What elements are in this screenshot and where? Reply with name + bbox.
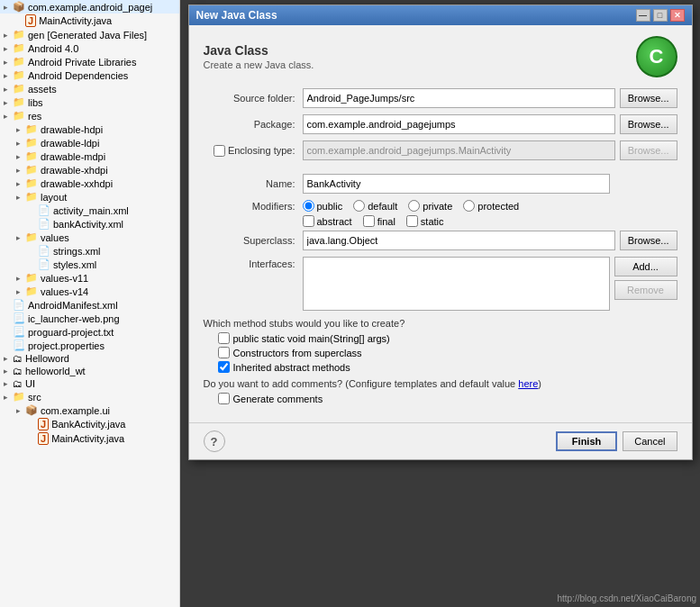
expand-icon: ▸ (4, 44, 13, 53)
sidebar-item-activity_main[interactable]: 📄activity_main.xml (0, 204, 179, 217)
folder-icon: 📁 (13, 29, 25, 41)
sidebar-item-res[interactable]: ▸📁res (0, 109, 179, 122)
source-folder-input[interactable] (303, 88, 615, 108)
modifier-default-option[interactable]: default (353, 200, 397, 212)
generate-comments-checkbox[interactable] (218, 393, 230, 404)
expand-icon: ▸ (16, 125, 25, 134)
remove-interface-button[interactable]: Remove (614, 280, 677, 300)
stub-inherited-checkbox[interactable] (218, 361, 230, 373)
sidebar-item-libs[interactable]: ▸📁libs (0, 95, 179, 109)
stub-constructors-checkbox[interactable] (218, 347, 230, 358)
stub-constructors-option[interactable]: Constructors from superclass (218, 347, 677, 358)
modifier-final-checkbox[interactable] (363, 215, 375, 227)
package-browse-button[interactable]: Browse... (620, 114, 677, 134)
sidebar-item-src_ui[interactable]: ▸📁src (0, 390, 179, 403)
modifier-private-option[interactable]: private (408, 200, 452, 212)
sidebar-item-dependencies[interactable]: ▸📁Android Dependencies (0, 68, 179, 82)
cancel-button[interactable]: Cancel (623, 431, 677, 451)
interfaces-textarea[interactable] (303, 257, 610, 311)
generate-comments-label: Generate comments (233, 394, 323, 404)
finish-button[interactable]: Finish (556, 431, 617, 451)
sidebar-item-bank_activity[interactable]: 📄bankActivity.xml (0, 217, 179, 231)
sidebar-item-drawable_ldpi[interactable]: ▸📁drawable-ldpi (0, 136, 179, 149)
modifier-abstract-checkbox[interactable] (303, 215, 314, 227)
sidebar-item-manifest[interactable]: 📄AndroidManifest.xml (0, 298, 179, 312)
expand-icon: ▸ (16, 166, 25, 175)
sidebar-item-main_java[interactable]: JMainActivity.java (0, 14, 179, 28)
sidebar-item-values[interactable]: ▸📁values (0, 231, 179, 244)
superclass-row: Superclass: Browse... (204, 231, 677, 250)
sidebar-item-ic_launcher[interactable]: 📃ic_launcher-web.png (0, 312, 179, 325)
sidebar-item-android4[interactable]: ▸📁Android 4.0 (0, 41, 179, 55)
modifier-protected-radio[interactable] (463, 200, 475, 212)
modifier-private-radio[interactable] (408, 200, 420, 212)
name-input[interactable] (303, 174, 610, 194)
modifier-public-radio[interactable] (303, 200, 314, 212)
sidebar-item-values_v11[interactable]: ▸📁values-v11 (0, 271, 179, 285)
sidebar-item-drawable_mdpi[interactable]: ▸📁drawable-mdpi (0, 149, 179, 163)
modifier-protected-option[interactable]: protected (463, 200, 519, 212)
modifier-abstract-option[interactable]: abstract (303, 215, 352, 227)
superclass-input[interactable] (303, 231, 615, 250)
expand-icon: ▸ (4, 354, 13, 363)
modifier-static-label: static (421, 216, 444, 227)
expand-icon: ▸ (4, 71, 13, 80)
package-icon: 📦 (25, 404, 38, 416)
sidebar-item-pkg[interactable]: ▸📦com.example.android_pagej (0, 0, 179, 14)
enclosing-type-browse-button[interactable]: Browse... (620, 140, 677, 160)
sidebar-item-bank_activity_java[interactable]: JBankActivity.java (0, 417, 179, 431)
sidebar-item-layout[interactable]: ▸📁layout (0, 190, 179, 204)
folder-icon: 📁 (25, 285, 38, 297)
sidebar-item-styles[interactable]: 📄styles.xml (0, 258, 179, 271)
close-button[interactable]: ✕ (670, 9, 685, 22)
sidebar-item-helloword[interactable]: ▸🗂Helloword (0, 352, 179, 365)
sidebar-item-label: drawable-ldpi (41, 138, 99, 149)
enclosing-type-row: Enclosing type: Browse... (204, 140, 677, 160)
sidebar-item-com_example_ui[interactable]: ▸📦com.example.ui (0, 403, 179, 417)
modifier-final-option[interactable]: final (363, 215, 395, 227)
stub-main-option[interactable]: public static void main(String[] args) (218, 332, 677, 344)
sidebar-item-values_v14[interactable]: ▸📁values-v14 (0, 285, 179, 298)
folder-icon: 📁 (25, 137, 38, 149)
xml-icon: 📄 (13, 299, 25, 311)
xml-icon: 📄 (38, 204, 50, 216)
sidebar-item-drawable_xhdpi[interactable]: ▸📁drawable-xhdpi (0, 163, 179, 177)
sidebar-item-drawable_hdpi[interactable]: ▸📁drawable-hdpi (0, 122, 179, 136)
folder-icon: 📁 (25, 177, 38, 189)
minimize-button[interactable]: — (636, 9, 650, 22)
modifier-default-radio[interactable] (353, 200, 365, 212)
package-input[interactable] (303, 114, 615, 134)
source-folder-browse-button[interactable]: Browse... (620, 88, 677, 108)
sidebar-item-ui[interactable]: ▸🗂UI (0, 377, 179, 390)
sidebar-item-main_activity_java2[interactable]: JMainActivity.java (0, 431, 179, 446)
sidebar-item-drawable_xxhdpi[interactable]: ▸📁drawable-xxhdpi (0, 177, 179, 190)
modifier-public-option[interactable]: public (303, 200, 343, 212)
stub-inherited-option[interactable]: Inherited abstract methods (218, 361, 677, 373)
project-explorer: ▸📦com.example.android_pagejJMainActivity… (0, 0, 180, 607)
sidebar-item-label: bankActivity.xml (53, 219, 123, 230)
expand-icon: ▸ (16, 179, 25, 188)
sidebar-item-label: MainActivity.java (51, 433, 124, 444)
sidebar-item-label: AndroidManifest.xml (28, 300, 118, 311)
sidebar-item-proguard[interactable]: 📃proguard-project.txt (0, 325, 179, 339)
sidebar-item-project_props[interactable]: 📃project.properties (0, 339, 179, 352)
help-button[interactable]: ? (204, 430, 225, 452)
sidebar-item-label: proguard-project.txt (28, 327, 114, 338)
enclosing-type-checkbox[interactable] (214, 145, 225, 157)
dialog-title: New Java Class (196, 9, 277, 22)
generate-comments-option[interactable]: Generate comments (218, 393, 677, 404)
modifier-static-option[interactable]: static (406, 215, 444, 227)
comments-section: Do you want to add comments? (Configure … (204, 378, 677, 404)
comments-config-link[interactable]: here (518, 378, 538, 389)
sidebar-item-helloworld_wt[interactable]: ▸🗂helloworld_wt (0, 365, 179, 377)
stub-main-checkbox[interactable] (218, 332, 230, 344)
maximize-button[interactable]: □ (653, 9, 668, 22)
sidebar-item-strings[interactable]: 📄strings.xml (0, 244, 179, 258)
superclass-browse-button[interactable]: Browse... (620, 231, 677, 250)
modifiers-checkbox-group: abstract final static (303, 215, 444, 227)
add-interface-button[interactable]: Add... (614, 257, 677, 276)
sidebar-item-gen[interactable]: ▸📁gen [Generated Java Files] (0, 28, 179, 41)
modifier-static-checkbox[interactable] (406, 215, 418, 227)
sidebar-item-private_libs[interactable]: ▸📁Android Private Libraries (0, 55, 179, 68)
sidebar-item-assets[interactable]: ▸📁assets (0, 82, 179, 95)
